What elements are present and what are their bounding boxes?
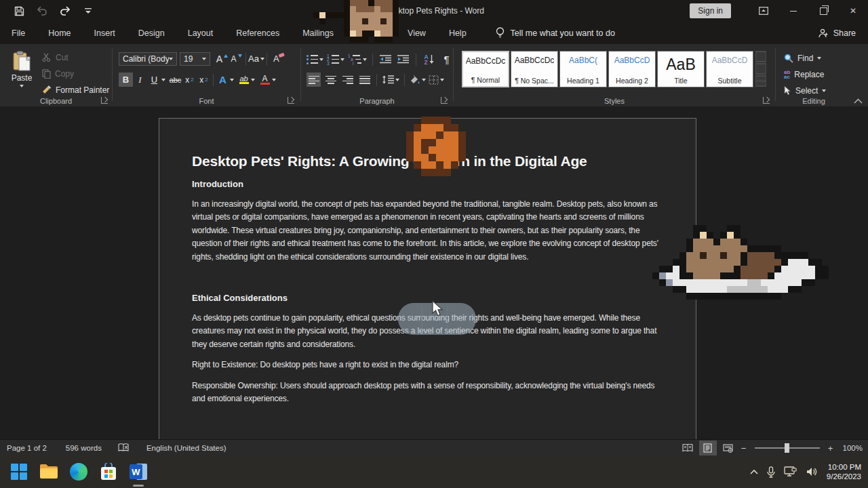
language-indicator[interactable]: English (United States) — [140, 440, 233, 456]
underline-dropdown-icon[interactable] — [161, 79, 165, 81]
sort-button[interactable]: AZ — [422, 52, 436, 66]
word-app-icon[interactable]: W — [129, 462, 148, 481]
file-explorer-icon[interactable] — [39, 462, 58, 481]
superscript-button[interactable]: x2 — [197, 73, 211, 87]
ribbon-tab[interactable]: Mailings — [291, 22, 345, 44]
increase-indent-button[interactable] — [396, 52, 410, 66]
ribbon-tab[interactable]: Review — [345, 22, 396, 44]
print-layout-icon[interactable] — [699, 441, 717, 455]
start-button-icon[interactable] — [9, 462, 28, 481]
styles-scroll-down-icon[interactable] — [755, 63, 766, 75]
numbering-button[interactable]: 123 — [327, 52, 344, 66]
font-dialog-launcher-icon[interactable] — [288, 97, 294, 104]
shading-button[interactable] — [410, 73, 426, 87]
highlight-dropdown-icon[interactable] — [251, 79, 255, 81]
zoom-in-button[interactable]: + — [827, 443, 835, 453]
read-mode-icon[interactable] — [679, 441, 696, 455]
format-painter-brush-icon — [42, 85, 52, 95]
ribbon-tab[interactable]: References — [224, 22, 291, 44]
show-paragraph-marks-button[interactable]: ¶ — [439, 52, 454, 66]
ribbon-tab[interactable]: View — [396, 22, 437, 44]
customize-qat-icon[interactable] — [81, 4, 95, 18]
zoom-slider[interactable] — [755, 447, 820, 449]
select-button[interactable]: Select — [784, 83, 826, 98]
align-left-button[interactable] — [307, 73, 321, 87]
font-color-button[interactable]: A — [258, 73, 272, 87]
italic-button[interactable]: I — [133, 73, 147, 87]
web-layout-icon[interactable] — [719, 441, 737, 455]
paste-button[interactable]: Paste — [7, 48, 37, 101]
zoom-level[interactable]: 100% — [843, 444, 863, 452]
ribbon-display-options-icon[interactable] — [749, 0, 778, 22]
save-icon[interactable] — [12, 4, 26, 18]
document-page[interactable]: Desktop Pets' Rights: A Growing Concern … — [159, 118, 696, 439]
ribbon-tab[interactable]: Insert — [83, 22, 127, 44]
paragraph-dialog-launcher-icon[interactable] — [441, 97, 448, 104]
style-card[interactable]: AaBbCcD Heading 2 — [608, 51, 656, 87]
replace-button[interactable]: abac Replace — [784, 66, 826, 82]
find-button[interactable]: Find — [784, 50, 826, 66]
font-color-dropdown-icon[interactable] — [272, 79, 276, 81]
text-effects-dropdown-icon[interactable] — [230, 79, 234, 81]
style-card[interactable]: AaBbCcD Subtitle — [706, 51, 753, 87]
ribbon-tab[interactable]: Design — [127, 22, 176, 44]
shrink-font-button[interactable]: A — [229, 52, 243, 66]
decrease-indent-button[interactable] — [378, 52, 393, 66]
style-card[interactable]: AaBbC( Heading 1 — [559, 51, 607, 87]
tray-chevron-icon[interactable] — [750, 469, 758, 474]
microphone-icon[interactable] — [767, 466, 775, 478]
font-name-combobox[interactable]: Calibri (Body — [119, 52, 177, 66]
edge-browser-icon[interactable] — [69, 462, 88, 481]
align-center-button[interactable] — [323, 73, 338, 87]
highlight-color-button[interactable]: ab — [237, 73, 251, 87]
zoom-slider-thumb[interactable] — [785, 443, 789, 453]
format-painter-button[interactable]: Format Painter — [42, 82, 109, 98]
collapse-ribbon-icon[interactable] — [854, 98, 863, 104]
styles-scroll-up-icon[interactable] — [755, 51, 766, 62]
ribbon-tab[interactable]: Layout — [176, 22, 225, 44]
text-effects-button[interactable]: A — [216, 73, 230, 87]
subscript-button[interactable]: x2 — [182, 73, 197, 87]
strikethrough-button[interactable]: abc — [168, 73, 182, 87]
network-icon[interactable] — [784, 466, 797, 477]
close-button[interactable]: ✕ — [838, 0, 868, 22]
grow-font-button[interactable]: A — [215, 52, 229, 66]
underline-button[interactable]: U — [147, 73, 161, 87]
proofing-status-icon[interactable] — [111, 440, 136, 456]
translucent-pet[interactable] — [398, 303, 476, 335]
redo-icon[interactable] — [58, 4, 72, 18]
editing-group: Find abac Replace Select Editing — [776, 44, 852, 106]
change-case-button[interactable]: Aa — [248, 52, 264, 66]
borders-button[interactable] — [429, 73, 444, 87]
ribbon-tab[interactable]: File — [0, 22, 37, 44]
styles-dialog-launcher-icon[interactable] — [763, 97, 770, 104]
align-right-button[interactable] — [340, 73, 355, 87]
zoom-out-button[interactable]: − — [740, 443, 748, 453]
share-button[interactable]: Share — [818, 22, 856, 44]
style-card[interactable]: AaBbCcDc ¶ No Spac... — [511, 51, 558, 87]
style-card[interactable]: AaBbCcDc ¶ Normal — [462, 51, 509, 87]
bullets-button[interactable] — [307, 52, 323, 66]
ribbon-tab[interactable]: Help — [437, 22, 478, 44]
tell-me-box[interactable]: Tell me what you want to do — [496, 22, 615, 44]
minimize-button[interactable] — [778, 0, 808, 22]
restore-button[interactable] — [808, 0, 838, 22]
style-card[interactable]: AaB Title — [657, 51, 705, 87]
sign-in-button[interactable]: Sign in — [690, 3, 731, 18]
line-spacing-button[interactable] — [382, 73, 399, 87]
ribbon-tab[interactable]: Home — [37, 22, 82, 44]
cut-button: Cut — [42, 49, 109, 65]
clock[interactable]: 10:00 PM 9/26/2023 — [827, 462, 861, 481]
microsoft-store-icon[interactable] — [99, 462, 118, 481]
word-count[interactable]: 596 words — [59, 440, 108, 456]
multilevel-list-button[interactable]: 1ai — [348, 52, 367, 66]
font-size-combobox[interactable]: 19 — [180, 52, 210, 66]
styles-more-icon[interactable] — [755, 75, 766, 87]
clipboard-dialog-launcher-icon[interactable] — [101, 97, 108, 104]
bold-button[interactable]: B — [119, 73, 133, 87]
clear-formatting-button[interactable]: A — [269, 52, 283, 66]
status-bar: Page 1 of 2 596 words English (United St… — [0, 439, 868, 455]
volume-icon[interactable] — [806, 467, 818, 476]
justify-button[interactable] — [357, 73, 372, 87]
page-indicator[interactable]: Page 1 of 2 — [0, 440, 54, 456]
